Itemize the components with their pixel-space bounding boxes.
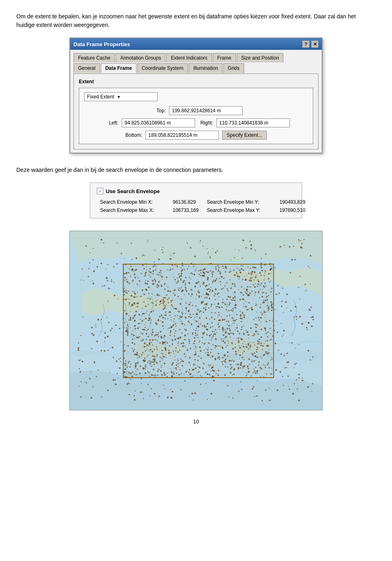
min-x-label: Search Envelope Min X: (100, 199, 169, 205)
extent-dropdown-value: Fixed Extent (87, 94, 114, 100)
specify-extent-button[interactable]: Specify Extent... (222, 131, 267, 140)
bottom-coord-row: Bottom: 189.058,822195514 m Specify Exte… (125, 131, 267, 140)
extent-box: Fixed Extent ▼ Top: 199.862,921428614 m (79, 88, 313, 144)
dialog-wrapper: Data Frame Properties ? ✕ Feature Cache … (16, 38, 376, 154)
use-search-checkbox[interactable]: ✓ (97, 188, 103, 194)
envelope-max-x-row: Search Envelope Max X: 106733,169 (100, 207, 198, 213)
use-search-label: Use Search Envelope (106, 188, 160, 194)
page-number: 10 (16, 419, 376, 425)
dialog-content: Feature Cache Annotation Groups Extent I… (70, 50, 322, 153)
tab-feature-cache[interactable]: Feature Cache (74, 53, 115, 62)
map-wrapper (16, 231, 376, 410)
lr-coord-row: Left: 94.825,036108961 m Right: 110.733,… (102, 118, 290, 127)
max-y-label: Search Envelope Max Y: (207, 207, 276, 213)
bottom-input[interactable]: 189.058,822195514 m (145, 131, 219, 140)
min-y-value: 190493,829 (279, 199, 305, 205)
bottom-label: Bottom: (125, 132, 142, 138)
tab-illumination[interactable]: Illumination (189, 63, 223, 73)
envelope-min-x-row: Search Envelope Min X: 96136,829 (100, 199, 198, 205)
tab-extent-indicators[interactable]: Extent Indicators (166, 53, 212, 62)
close-button[interactable]: ✕ (311, 40, 318, 48)
tab-coordinate-system[interactable]: Coordinate System (137, 63, 188, 73)
max-x-label: Search Envelope Max X: (100, 207, 169, 213)
search-envelope-wrapper: ✓ Use Search Envelope Search Envelope Mi… (16, 183, 376, 218)
max-y-value: 197690,510 (279, 207, 305, 213)
extent-section-label: Extent (79, 79, 313, 85)
dialog-titlebar: Data Frame Properties ? ✕ (70, 38, 322, 50)
tab-grids[interactable]: Grids (223, 63, 244, 73)
top-label: Top: (149, 108, 166, 114)
tab-row-1: Feature Cache Annotation Groups Extent I… (74, 53, 318, 62)
coord-grid: Top: 199.862,921428614 m Left: 94.825,03… (84, 106, 308, 140)
left-input[interactable]: 94.825,036108961 m (122, 118, 195, 127)
dropdown-arrow-icon: ▼ (117, 95, 121, 99)
top-input[interactable]: 199.862,921428614 m (169, 106, 243, 115)
envelope-max-y-row: Search Envelope Max Y: 197690,510 (207, 207, 305, 213)
min-x-value: 96136,829 (173, 199, 196, 205)
left-label: Left: (102, 120, 118, 126)
titlebar-buttons: ? ✕ (302, 40, 318, 48)
top-coord-row: Top: 199.862,921428614 m (149, 106, 243, 115)
extent-dropdown-row: Fixed Extent ▼ (84, 92, 308, 101)
tab-row-2: General Data Frame Coordinate System Ill… (74, 63, 318, 73)
tab-annotation-groups[interactable]: Annotation Groups (116, 53, 165, 62)
map-canvas (69, 231, 323, 410)
envelope-min-y-row: Search Envelope Min Y: 190493,829 (207, 199, 305, 205)
use-search-row: ✓ Use Search Envelope (97, 188, 295, 194)
tab-size-position[interactable]: Size and Position (237, 53, 284, 62)
help-button[interactable]: ? (302, 40, 310, 48)
max-x-value: 106733,169 (173, 207, 198, 213)
data-frame-properties-dialog: Data Frame Properties ? ✕ Feature Cache … (69, 38, 323, 154)
envelope-fields-grid: Search Envelope Min X: 96136,829 Search … (97, 199, 295, 213)
tab-content: Extent Fixed Extent ▼ Top: 1 (74, 73, 318, 149)
tab-frame[interactable]: Frame (213, 53, 236, 62)
tab-data-frame[interactable]: Data Frame (101, 63, 136, 73)
highlight-rectangle (123, 264, 274, 378)
tab-general[interactable]: General (74, 63, 100, 73)
search-envelope-panel: ✓ Use Search Envelope Search Envelope Mi… (90, 183, 302, 218)
extent-dropdown[interactable]: Fixed Extent ▼ (84, 92, 158, 101)
dialog-title: Data Frame Properties (74, 41, 130, 47)
middle-paragraph: Deze waarden geef je dan in bij de searc… (16, 166, 376, 174)
right-label: Right: (198, 120, 213, 126)
intro-paragraph: Om de extent te bepalen, kan je inzoomen… (16, 12, 376, 29)
right-input[interactable]: 110.733,140841838 m (216, 118, 290, 127)
min-y-label: Search Envelope Min Y: (207, 199, 276, 205)
